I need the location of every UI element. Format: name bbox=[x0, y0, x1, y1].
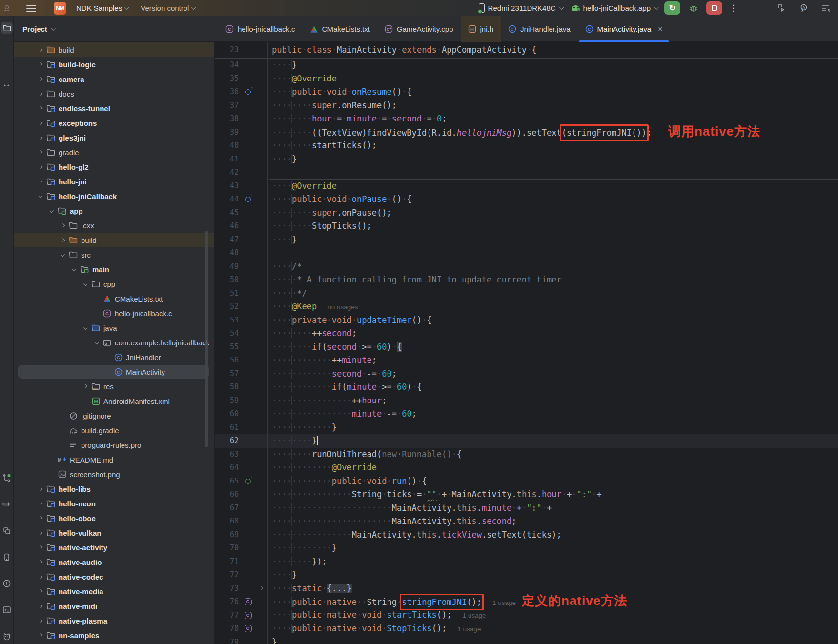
tree-item-MainActivity[interactable]: CMainActivity bbox=[14, 364, 214, 379]
tree-item-hello-vulkan[interactable]: hello-vulkan bbox=[14, 525, 214, 540]
chevron-right-icon[interactable] bbox=[35, 529, 46, 537]
tree-item-screenshot.png[interactable]: screenshot.png bbox=[14, 467, 214, 482]
version-control-icon[interactable] bbox=[1, 472, 13, 484]
tree-item-README.md[interactable]: MREADME.md bbox=[14, 452, 214, 467]
build-icon[interactable] bbox=[1, 499, 13, 510]
native-implementation-icon[interactable]: C bbox=[242, 612, 254, 619]
chevron-down-icon[interactable] bbox=[80, 280, 91, 288]
chevron-right-icon[interactable] bbox=[58, 221, 68, 229]
tree-item-hello-jnicallback.c[interactable]: Chello-jnicallback.c bbox=[14, 306, 214, 321]
chevron-down-icon[interactable] bbox=[91, 339, 102, 346]
chevron-right-icon[interactable] bbox=[35, 631, 46, 639]
chevron-right-icon[interactable] bbox=[35, 148, 46, 156]
code-line-54[interactable]: 54········++second; bbox=[215, 327, 838, 341]
code-line-69[interactable]: 69················MainActivity.this.tick… bbox=[215, 528, 838, 542]
chevron-down-icon[interactable] bbox=[58, 251, 68, 259]
tree-item-nn-samples[interactable]: nn-samples bbox=[14, 628, 214, 643]
tree-item-native-plasma[interactable]: native-plasma bbox=[14, 613, 214, 628]
chevron-down-icon[interactable] bbox=[46, 207, 57, 215]
tree-item-proguard-rules.pro[interactable]: proguard-rules.pro bbox=[14, 438, 214, 452]
chevron-right-icon[interactable] bbox=[35, 134, 46, 141]
code-line-71[interactable]: 71········}); bbox=[215, 555, 838, 569]
code-line-50[interactable]: 50·····* A function calling from JNI to … bbox=[215, 273, 838, 287]
tree-item-endless-tunnel[interactable]: endless-tunnel bbox=[14, 101, 214, 116]
tree-item-build-logic[interactable]: build-logic bbox=[14, 57, 214, 72]
fold-region-icon[interactable] bbox=[254, 582, 268, 596]
tab-MainActivity.java[interactable]: CMainActivity.java× bbox=[578, 16, 670, 42]
debug-button[interactable] bbox=[685, 1, 701, 15]
more-tools-icon[interactable] bbox=[1, 80, 13, 91]
chevron-right-icon[interactable] bbox=[35, 46, 46, 54]
tree-item-native-midi[interactable]: native-midi bbox=[14, 599, 214, 613]
code-line-62[interactable]: 62········} bbox=[215, 434, 838, 448]
chevron-right-icon[interactable] bbox=[35, 485, 46, 493]
tree-scrollbar[interactable] bbox=[205, 231, 208, 447]
project-menu[interactable]: NDK Samples bbox=[73, 2, 131, 14]
code-line-43[interactable]: 43····@Override bbox=[215, 180, 838, 193]
tree-item-native-activity[interactable]: native-activity bbox=[14, 540, 214, 555]
code-line-61[interactable]: 61············} bbox=[215, 421, 838, 435]
chevron-down-icon[interactable] bbox=[80, 324, 91, 332]
tree-item-.gitignore[interactable]: .gitignore bbox=[14, 408, 214, 423]
build-variants-icon[interactable] bbox=[1, 525, 13, 537]
main-menu-icon[interactable] bbox=[26, 5, 36, 12]
code-line-35[interactable]: 35····@Override bbox=[215, 72, 838, 86]
code-line-63[interactable]: 63········runOnUiThread(new·Runnable()·{ bbox=[215, 448, 838, 462]
tree-item-exceptions[interactable]: exceptions bbox=[14, 116, 214, 130]
code-line-67[interactable]: 67························MainActivity.t… bbox=[215, 502, 838, 515]
code-line-76[interactable]: 76C····public·native··String·stringFromJ… bbox=[215, 595, 838, 609]
tree-item-camera[interactable]: camera bbox=[14, 72, 214, 86]
code-line-55[interactable]: 55········if(second·>=·60)·{ bbox=[215, 341, 838, 354]
code-line-77[interactable]: 77C····public·native·void·startTicks();1… bbox=[215, 609, 838, 623]
code-line-59[interactable]: 59················++hour; bbox=[215, 394, 838, 408]
tab-hello-jnicallback.c[interactable]: Chello-jnicallback.c bbox=[218, 16, 303, 42]
chevron-right-icon[interactable] bbox=[35, 119, 46, 127]
code-line-70[interactable]: 70············} bbox=[215, 542, 838, 555]
code-line-41[interactable]: 41····} bbox=[215, 153, 838, 166]
tree-item-gradle[interactable]: gradle bbox=[14, 145, 214, 160]
code-line-45[interactable]: 45········super.onPause(); bbox=[215, 206, 838, 220]
overrides-method-icon[interactable] bbox=[242, 89, 254, 95]
code-line-37[interactable]: 37········super.onResume(); bbox=[215, 99, 838, 113]
code-line-51[interactable]: 51·····*/ bbox=[215, 287, 838, 301]
stop-button[interactable] bbox=[706, 1, 722, 15]
code-line-60[interactable]: 60················minute·-=·60; bbox=[215, 407, 838, 421]
chevron-right-icon[interactable] bbox=[35, 60, 46, 68]
chevron-right-icon[interactable] bbox=[80, 382, 91, 390]
chevron-right-icon[interactable] bbox=[35, 500, 46, 507]
chevron-down-icon[interactable] bbox=[69, 265, 80, 273]
tree-item-docs[interactable]: docs bbox=[14, 86, 214, 101]
tree-item-gles3jni[interactable]: gles3jni bbox=[14, 130, 214, 145]
tree-item-app[interactable]: app bbox=[14, 203, 214, 218]
chevron-down-icon[interactable] bbox=[35, 192, 46, 200]
chevron-right-icon[interactable] bbox=[35, 602, 46, 610]
tree-item-JniHandler[interactable]: CJniHandler bbox=[14, 350, 214, 364]
tree-item-res[interactable]: res bbox=[14, 379, 214, 394]
tree-item-hello-gl2[interactable]: hello-gl2 bbox=[14, 160, 214, 174]
chevron-right-icon[interactable] bbox=[35, 163, 46, 171]
code-line-66[interactable]: 66················String·ticks·=·""·+·Ma… bbox=[215, 488, 838, 502]
tree-item-hello-libs[interactable]: hello-libs bbox=[14, 482, 214, 496]
tree-item-com.example.hellojnicallback[interactable]: com.example.hellojnicallback bbox=[14, 335, 214, 350]
code-line-79[interactable]: 79} bbox=[215, 636, 838, 644]
problems-icon[interactable] bbox=[1, 578, 13, 589]
tree-item-main[interactable]: main bbox=[14, 262, 214, 277]
tree-item-build[interactable]: build bbox=[14, 42, 214, 57]
code-line-57[interactable]: 57············second·-=·60; bbox=[215, 367, 838, 381]
chevron-right-icon[interactable] bbox=[35, 558, 46, 566]
more-actions-icon[interactable]: ⋮ bbox=[727, 3, 739, 13]
tab-JniHandler.java[interactable]: CJniHandler.java bbox=[501, 16, 578, 42]
terminal-icon[interactable] bbox=[1, 604, 13, 616]
usage-inlay-hint[interactable]: no usages bbox=[327, 303, 358, 311]
chevron-right-icon[interactable] bbox=[35, 617, 46, 624]
code-editor[interactable]: 23public·class·MainActivity·extends·AppC… bbox=[215, 42, 838, 644]
code-line-52[interactable]: 52····@Keepno usages bbox=[215, 300, 838, 314]
chevron-right-icon[interactable] bbox=[35, 104, 46, 112]
device-selector[interactable]: Redmi 2311DRK48C bbox=[477, 2, 565, 14]
usage-inlay-hint[interactable]: 1 usage bbox=[463, 612, 486, 619]
tree-item-native-media[interactable]: native-media bbox=[14, 584, 214, 599]
project-panel-header[interactable]: Project bbox=[22, 16, 54, 42]
chevron-right-icon[interactable] bbox=[35, 587, 46, 595]
tree-item-hello-jniCallback[interactable]: hello-jniCallback bbox=[14, 189, 214, 203]
usage-inlay-hint[interactable]: 1 usage bbox=[457, 625, 481, 633]
